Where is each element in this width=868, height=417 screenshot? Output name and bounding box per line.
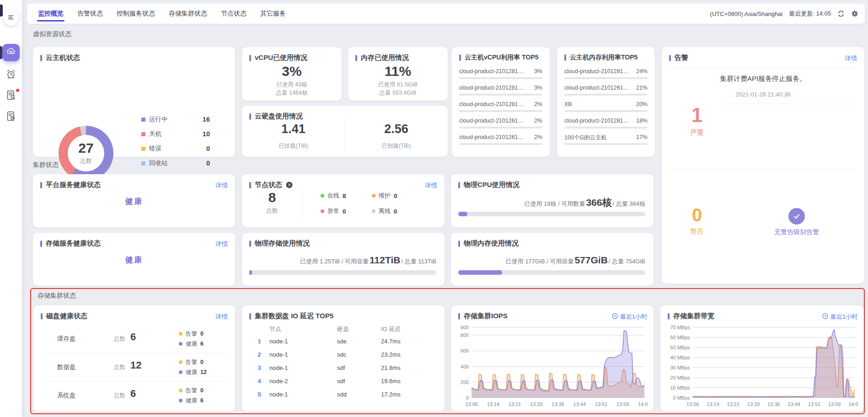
document-search-icon xyxy=(5,94,16,102)
svg-text:30 MBps: 30 MBps xyxy=(670,365,690,370)
divider xyxy=(669,169,857,170)
sidebar-item-audit-log[interactable] xyxy=(5,90,16,101)
topbar: 监控概览 告警状态 控制服务状态 存储集群状态 节点状态 其它服务 (UTC+0… xyxy=(27,4,865,24)
svg-text:14:06: 14:06 xyxy=(848,401,858,407)
card-storage-iops: 存储集群IOPS 最近1小时 020040060080090013:0613:1… xyxy=(451,305,654,412)
physical-storage-progress-bar xyxy=(249,270,436,275)
timezone-label: (UTC+0800) Asia/Shanghai xyxy=(710,11,783,17)
legend-item: 错误0 xyxy=(141,141,210,156)
legend-swatch-running xyxy=(141,118,145,122)
card-vm-status: 云主机状态 27 总数 运行中16 关机10 错误0 回收站0 其他1 xyxy=(33,47,235,157)
svg-text:60 MBps: 60 MBps xyxy=(670,335,690,340)
alarm-message: 集群计费API服务停止服务。 xyxy=(662,75,864,83)
card-vcpu-usage: vCPU已使用情况 3% 已使用 43核 总量 1464核 xyxy=(242,47,342,101)
warning-label: 警告 xyxy=(672,227,722,236)
disk-health-detail-link[interactable]: 详情 xyxy=(215,313,228,321)
card-io-latency-top5: 集群数据盘 IO 延迟 TOP5 节点 硬盘 IO 延迟 1node-1sde2… xyxy=(242,305,445,412)
title-marker xyxy=(40,182,42,188)
disk-row-cache: 缓存盘 总数 6 告警0 健康6 xyxy=(33,325,235,353)
legend-item: 运行中16 xyxy=(141,112,210,127)
svg-text:13:06: 13:06 xyxy=(686,401,699,407)
title-marker xyxy=(40,55,42,61)
memory-used-label: 已使用 61.5GiB xyxy=(348,81,448,89)
node-total-value: 8 xyxy=(258,190,286,205)
svg-text:13:29: 13:29 xyxy=(747,401,760,407)
physical-memory-usage-text: 已使用 177GiB / 可用容量577GiB/ 总量 754GiB xyxy=(506,255,645,266)
top5-row: cloud-product-2101281…3% xyxy=(459,85,542,98)
last-update-label: 最近更新: 14:05 xyxy=(789,10,831,18)
vm-total-label: 总数 xyxy=(80,157,92,165)
table-row: 1node-1sde24.7ms xyxy=(249,335,437,348)
card-storage-bandwidth: 存储集群带宽 最近1小时 0 MBps10 MBps20 MBps30 MBps… xyxy=(660,305,864,412)
legend-swatch-stopped xyxy=(141,132,145,136)
title-marker xyxy=(249,55,251,61)
memory-total-label: 总量 553.4GiB xyxy=(348,89,448,97)
tab-other-services[interactable]: 其它服务 xyxy=(259,4,287,24)
node-stat-offline: 离线0 xyxy=(372,207,423,215)
card-title-text: 平台服务健康状态 xyxy=(46,181,101,189)
tab-storage-cluster-status[interactable]: 存储集群状态 xyxy=(168,4,208,24)
help-icon[interactable]: ? xyxy=(286,182,293,188)
card-title-text: 存储服务健康状态 xyxy=(46,239,101,248)
menu-icon xyxy=(7,14,15,22)
divider xyxy=(720,104,857,104)
card-title-text: 云主机状态 xyxy=(46,53,80,62)
mounted-value: 1.41 xyxy=(242,122,345,136)
tab-control-service-status[interactable]: 控制服务状态 xyxy=(116,4,156,24)
svg-text:900: 900 xyxy=(461,325,469,330)
clock-icon xyxy=(822,313,828,321)
sidebar-item-alarm[interactable] xyxy=(5,69,16,80)
top5-row: cloud-product-2101281…3% xyxy=(459,68,542,82)
card-title-text: 物理CPU使用情况 xyxy=(464,181,520,189)
sidebar-item-monitor-overview[interactable] xyxy=(2,44,20,61)
sidebar-item-history[interactable] xyxy=(5,111,16,122)
platform-health-detail-link[interactable]: 详情 xyxy=(215,182,228,190)
physical-memory-progress-bar xyxy=(458,270,645,275)
vm-total-value: 27 xyxy=(78,141,93,155)
vcpu-total-label: 总量 1464核 xyxy=(242,89,342,97)
bandwidth-area-chart: 0 MBps10 MBps20 MBps30 MBps40 MBps50 MBp… xyxy=(667,323,858,410)
title-marker xyxy=(669,55,671,61)
node-stat-maintenance: 维护0 xyxy=(372,192,423,200)
title-marker xyxy=(41,313,43,320)
tab-node-status[interactable]: 节点状态 xyxy=(220,4,247,24)
settings-gear-icon[interactable] xyxy=(851,10,858,17)
svg-text:600: 600 xyxy=(461,348,469,353)
card-title-text: 存储集群带宽 xyxy=(673,312,714,321)
memory-percent-value: 11% xyxy=(348,64,448,79)
node-status-detail-link[interactable]: 详情 xyxy=(425,182,437,190)
svg-text:13:21: 13:21 xyxy=(727,401,740,407)
menu-toggle-button[interactable] xyxy=(3,10,19,26)
title-marker xyxy=(249,313,251,320)
legend-swatch-recycle xyxy=(141,161,145,166)
bandwidth-time-range-selector[interactable]: 最近1小时 xyxy=(822,313,857,321)
svg-text:14:06: 14:06 xyxy=(638,401,648,407)
title-marker xyxy=(249,182,251,188)
svg-text:0: 0 xyxy=(466,395,469,401)
svg-text:13:44: 13:44 xyxy=(573,401,586,407)
title-marker xyxy=(668,313,670,320)
physical-cpu-progress-bar xyxy=(458,212,645,216)
check-circle-icon xyxy=(788,208,805,225)
refresh-icon[interactable] xyxy=(837,10,845,17)
svg-text:13:14: 13:14 xyxy=(487,401,500,407)
alarm-clock-icon xyxy=(5,73,16,81)
card-title-text: 告警 xyxy=(675,53,688,62)
card-title-text: 磁盘健康状态 xyxy=(46,312,87,321)
svg-text:13:51: 13:51 xyxy=(595,401,608,407)
disk-row-system: 系统盘 总数 6 告警0 健康6 xyxy=(33,381,235,409)
iops-time-range-selector[interactable]: 最近1小时 xyxy=(612,313,647,321)
storage-health-detail-link[interactable]: 详情 xyxy=(215,240,228,248)
card-memory-usage: 内存已使用情况 11% 已使用 61.5GiB 总量 553.4GiB xyxy=(348,47,448,101)
tab-alarm-status[interactable]: 告警状态 xyxy=(76,4,104,24)
card-physical-cpu: 物理CPU使用情况 已使用 18核 / 可用数量366核/ 总量 384核 xyxy=(451,174,654,227)
card-title-text: 内存已使用情况 xyxy=(361,53,409,62)
alarm-detail-link[interactable]: 详情 xyxy=(845,54,857,63)
node-stats-grid: 在线8 维护0 异常0 离线0 xyxy=(321,192,423,215)
clock-icon xyxy=(612,313,618,321)
created-label: 已创建(TiB) xyxy=(345,142,448,150)
vcpu-used-label: 已使用 43核 xyxy=(242,81,342,89)
card-storage-health: 存储服务健康状态 详情 健康 xyxy=(33,233,235,286)
tab-monitor-overview[interactable]: 监控概览 xyxy=(37,4,64,24)
top5-row: cloud-product-2101281…18% xyxy=(564,118,648,131)
